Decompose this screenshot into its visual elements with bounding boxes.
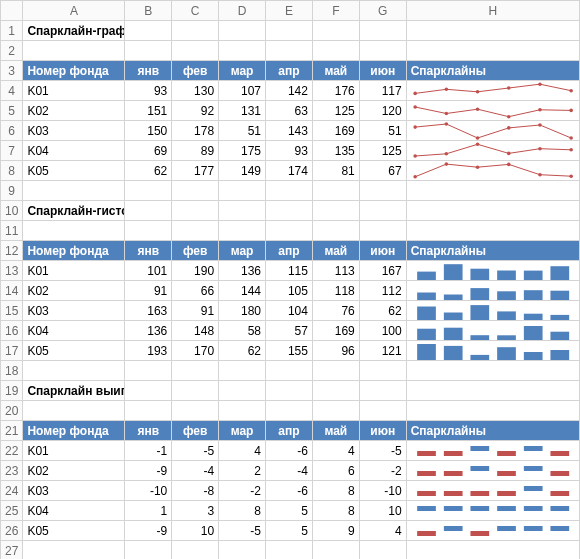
cell-B19[interactable] <box>125 381 172 401</box>
cell-H9[interactable] <box>406 181 579 201</box>
cell-G2[interactable] <box>359 41 406 61</box>
cell-C1[interactable] <box>172 21 219 41</box>
cell-E20[interactable] <box>266 401 313 421</box>
cell-C11[interactable] <box>172 221 219 241</box>
cell-B24[interactable]: -10 <box>125 481 172 501</box>
cell-F19[interactable] <box>312 381 359 401</box>
cell-F18[interactable] <box>312 361 359 381</box>
cell-E9[interactable] <box>266 181 313 201</box>
cell-F13[interactable]: 113 <box>312 261 359 281</box>
cell-E12[interactable]: апр <box>266 241 313 261</box>
cell-G14[interactable]: 112 <box>359 281 406 301</box>
cell-F25[interactable]: 8 <box>312 501 359 521</box>
cell-H15[interactable] <box>406 301 579 321</box>
cell-C6[interactable]: 178 <box>172 121 219 141</box>
cell-E23[interactable]: -4 <box>266 461 313 481</box>
cell-D18[interactable] <box>219 361 266 381</box>
cell-A24[interactable]: K03 <box>23 481 125 501</box>
cell-C20[interactable] <box>172 401 219 421</box>
cell-E16[interactable]: 57 <box>266 321 313 341</box>
cell-A13[interactable]: K01 <box>23 261 125 281</box>
cell-A11[interactable] <box>23 221 125 241</box>
cell-C2[interactable] <box>172 41 219 61</box>
row-header-12[interactable]: 12 <box>1 241 23 261</box>
cell-F26[interactable]: 9 <box>312 521 359 541</box>
cell-C3[interactable]: фев <box>172 61 219 81</box>
cell-B6[interactable]: 150 <box>125 121 172 141</box>
cell-G17[interactable]: 121 <box>359 341 406 361</box>
cell-B14[interactable]: 91 <box>125 281 172 301</box>
cell-E21[interactable]: апр <box>266 421 313 441</box>
cell-B7[interactable]: 69 <box>125 141 172 161</box>
cell-F15[interactable]: 76 <box>312 301 359 321</box>
row-header-26[interactable]: 26 <box>1 521 23 541</box>
cell-B18[interactable] <box>125 361 172 381</box>
cell-D6[interactable]: 51 <box>219 121 266 141</box>
cell-H19[interactable] <box>406 381 579 401</box>
cell-H5[interactable] <box>406 101 579 121</box>
cell-D25[interactable]: 8 <box>219 501 266 521</box>
row-header-9[interactable]: 9 <box>1 181 23 201</box>
cell-C25[interactable]: 3 <box>172 501 219 521</box>
cell-G13[interactable]: 167 <box>359 261 406 281</box>
cell-F23[interactable]: 6 <box>312 461 359 481</box>
cell-H4[interactable] <box>406 81 579 101</box>
cell-H16[interactable] <box>406 321 579 341</box>
cell-B22[interactable]: -1 <box>125 441 172 461</box>
column-header-D[interactable]: D <box>219 1 266 21</box>
cell-H7[interactable] <box>406 141 579 161</box>
cell-H26[interactable] <box>406 521 579 541</box>
cell-C26[interactable]: 10 <box>172 521 219 541</box>
cell-D2[interactable] <box>219 41 266 61</box>
cell-E6[interactable]: 143 <box>266 121 313 141</box>
column-header-E[interactable]: E <box>266 1 313 21</box>
select-all-corner[interactable] <box>1 1 23 21</box>
cell-A1[interactable]: Спарклайн-график <box>23 21 125 41</box>
cell-F12[interactable]: май <box>312 241 359 261</box>
cell-B25[interactable]: 1 <box>125 501 172 521</box>
row-header-14[interactable]: 14 <box>1 281 23 301</box>
cell-A5[interactable]: K02 <box>23 101 125 121</box>
cell-E4[interactable]: 142 <box>266 81 313 101</box>
cell-H14[interactable] <box>406 281 579 301</box>
cell-A15[interactable]: K03 <box>23 301 125 321</box>
cell-F2[interactable] <box>312 41 359 61</box>
cell-E24[interactable]: -6 <box>266 481 313 501</box>
cell-H1[interactable] <box>406 21 579 41</box>
cell-C18[interactable] <box>172 361 219 381</box>
cell-F21[interactable]: май <box>312 421 359 441</box>
cell-D19[interactable] <box>219 381 266 401</box>
cell-H22[interactable] <box>406 441 579 461</box>
cell-C8[interactable]: 177 <box>172 161 219 181</box>
cell-A16[interactable]: K04 <box>23 321 125 341</box>
cell-G3[interactable]: июн <box>359 61 406 81</box>
row-header-27[interactable]: 27 <box>1 541 23 560</box>
cell-D14[interactable]: 144 <box>219 281 266 301</box>
cell-B16[interactable]: 136 <box>125 321 172 341</box>
cell-D12[interactable]: мар <box>219 241 266 261</box>
cell-F1[interactable] <box>312 21 359 41</box>
row-header-10[interactable]: 10 <box>1 201 23 221</box>
row-header-25[interactable]: 25 <box>1 501 23 521</box>
cell-F14[interactable]: 118 <box>312 281 359 301</box>
cell-F20[interactable] <box>312 401 359 421</box>
cell-D24[interactable]: -2 <box>219 481 266 501</box>
cell-D16[interactable]: 58 <box>219 321 266 341</box>
cell-A25[interactable]: K04 <box>23 501 125 521</box>
cell-F6[interactable]: 169 <box>312 121 359 141</box>
row-header-4[interactable]: 4 <box>1 81 23 101</box>
cell-A23[interactable]: K02 <box>23 461 125 481</box>
cell-G18[interactable] <box>359 361 406 381</box>
cell-E2[interactable] <box>266 41 313 61</box>
cell-C27[interactable] <box>172 541 219 560</box>
cell-D9[interactable] <box>219 181 266 201</box>
cell-H24[interactable] <box>406 481 579 501</box>
row-header-1[interactable]: 1 <box>1 21 23 41</box>
row-header-18[interactable]: 18 <box>1 361 23 381</box>
cell-H8[interactable] <box>406 161 579 181</box>
cell-D15[interactable]: 180 <box>219 301 266 321</box>
cell-E27[interactable] <box>266 541 313 560</box>
cell-A4[interactable]: K01 <box>23 81 125 101</box>
cell-E17[interactable]: 155 <box>266 341 313 361</box>
cell-A6[interactable]: K03 <box>23 121 125 141</box>
